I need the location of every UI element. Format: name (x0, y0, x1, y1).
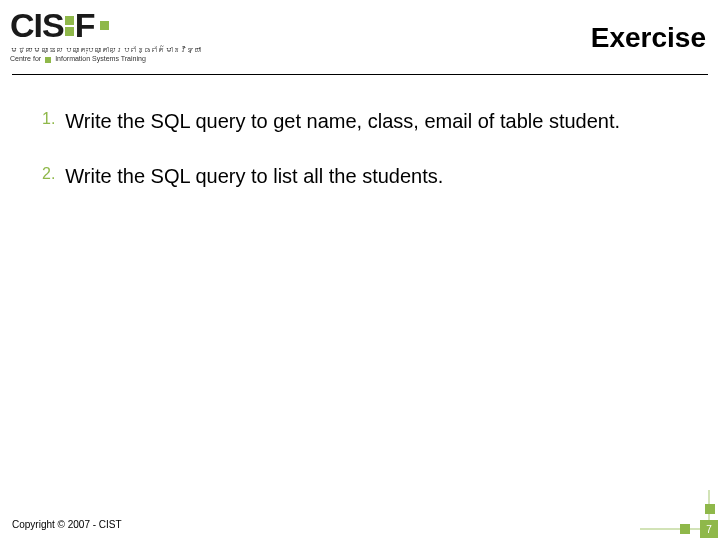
logo-text-left: CIS (10, 6, 64, 45)
list-item: 1. Write the SQL query to get name, clas… (42, 108, 692, 135)
deco-square-icon (680, 524, 690, 534)
slide-header: CIS F មជ្ឈមណ្ឌល បណ្តុះបណ្តាលប្រព័ន្ធព័ត៌… (0, 0, 720, 78)
exercise-list: 1. Write the SQL query to get name, clas… (42, 108, 692, 190)
tagline-left: Centre for (10, 55, 41, 63)
copyright-text: Copyright © 2007 - CIST (12, 519, 122, 530)
cist-logo: CIS F (10, 6, 210, 45)
logo-square-icon (100, 21, 109, 30)
logo-tagline: មជ្ឈមណ្ឌល បណ្តុះបណ្តាលប្រព័ន្ធព័ត៌មានវិទ… (10, 47, 210, 64)
logo-area: CIS F មជ្ឈមណ្ឌល បណ្តុះបណ្តាលប្រព័ន្ធព័ត៌… (10, 6, 210, 64)
slide-footer: Copyright © 2007 - CIST (12, 519, 708, 530)
corner-decoration: 7 (640, 490, 718, 538)
tagline-khmer: មជ្ឈមណ្ឌល បណ្តុះបណ្តាលប្រព័ន្ធព័ត៌មានវិទ… (10, 47, 210, 55)
item-number: 2. (42, 163, 55, 185)
page-number: 7 (700, 520, 718, 538)
item-text: Write the SQL query to get name, class, … (65, 108, 620, 135)
slide-content: 1. Write the SQL query to get name, clas… (0, 78, 720, 190)
header-divider (12, 74, 708, 75)
logo-square-icon (65, 16, 74, 36)
item-text: Write the SQL query to list all the stud… (65, 163, 443, 190)
tagline-right: Information Systems Training (55, 55, 146, 63)
list-item: 2. Write the SQL query to list all the s… (42, 163, 692, 190)
logo-text-right: F (75, 6, 95, 45)
item-number: 1. (42, 108, 55, 130)
deco-square-icon (705, 504, 715, 514)
page-title: Exercise (591, 22, 706, 54)
tagline-square-icon (45, 57, 51, 63)
